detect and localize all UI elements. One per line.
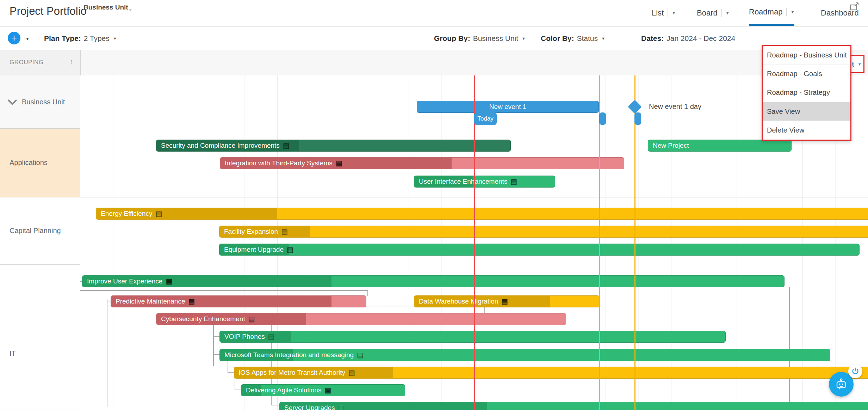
month-gridline — [146, 75, 146, 410]
gantt-bar-label: Energy Efficiency▤ — [96, 208, 162, 219]
task-notes-icon: ▤ — [336, 158, 342, 169]
group-cell-business-unit[interactable]: Business Unit — [0, 75, 80, 129]
group-cell-applications: Applications — [0, 129, 80, 197]
gantt-bar-label: New Project — [648, 140, 689, 151]
gantt-bar[interactable]: Security and Compliance Improvements▤ — [156, 140, 511, 152]
menu-item-delete-view[interactable]: Delete View — [763, 121, 850, 140]
color-by-control[interactable]: Color By: Status ▼ — [541, 27, 605, 50]
event-marker-line — [634, 75, 636, 410]
gantt-bar[interactable]: Data Warehouse Migration▤ — [414, 295, 600, 307]
gantt-bar-label: Delivering Agile Solutions▤ — [241, 385, 331, 396]
dependency-connector — [80, 290, 368, 291]
gantt-bar-label: Facility Expansion▤ — [219, 226, 288, 237]
gantt-bar-label: VOIP Phones▤ — [220, 331, 275, 342]
dependency-connector — [235, 378, 235, 390]
timeline-header: 2024 Jan 2024Feb 2024Mar 2024Apr 2024May… — [0, 50, 868, 76]
gantt-bar[interactable]: Microsoft Teams Integration and messagin… — [219, 349, 830, 361]
group-cell-it: IT — [0, 265, 80, 410]
robot-icon — [834, 377, 848, 391]
task-notes-icon: ▤ — [268, 331, 275, 342]
gantt-bar[interactable]: Server Upgrades▤ — [279, 402, 868, 410]
menu-item-roadmap-strategy[interactable]: Roadmap - Strategy — [763, 83, 850, 102]
tab-list[interactable]: List ▼ — [652, 0, 676, 26]
gantt-bar[interactable]: Improve User Experience▤ — [82, 275, 785, 287]
tab-roadmap-label: Roadmap — [749, 7, 782, 17]
menu-item-save-view[interactable]: Save View — [763, 102, 850, 121]
gantt-bar-label: Cybersecurity Enhancement▤ — [156, 313, 255, 325]
add-button[interactable]: + — [8, 32, 20, 44]
chevron-down-icon[interactable]: ▼ — [522, 36, 526, 41]
chevron-down-icon[interactable]: ▼ — [601, 36, 605, 41]
dependency-connector — [235, 390, 241, 390]
sort-ascending-icon[interactable]: ↑ — [70, 57, 74, 66]
project-portfolio-app: Project Portfolio Business Unit ▼ List ▼… — [0, 0, 868, 410]
task-notes-icon: ▤ — [287, 244, 293, 255]
gantt-bar[interactable]: VOIP Phones▤ — [219, 331, 726, 343]
task-notes-icon: ▤ — [188, 296, 195, 307]
gantt-bar[interactable]: New event 1 — [417, 101, 599, 113]
mid-month-gridline — [179, 75, 179, 410]
chevron-down-icon[interactable]: ▼ — [858, 62, 862, 66]
plan-type-control[interactable]: Plan Type: 2 Types ▼ — [44, 27, 117, 50]
dependency-connector — [213, 325, 214, 366]
gantt-bar[interactable]: Facility Expansion▤ — [219, 226, 868, 238]
grouping-header-cell[interactable]: GROUPING ↑ — [0, 50, 81, 75]
chevron-down-icon[interactable]: ▼ — [128, 8, 132, 13]
chevron-down-icon[interactable]: ▼ — [113, 36, 117, 41]
group-by-label: Group By: — [434, 34, 470, 43]
chevron-down-icon[interactable]: ▼ — [726, 11, 730, 15]
expand-icon[interactable] — [850, 2, 860, 11]
gantt-bar-label: Microsoft Teams Integration and messagin… — [220, 349, 364, 361]
gantt-bar[interactable]: Equipment Upgrade▤ — [219, 244, 860, 256]
task-notes-icon: ▤ — [510, 176, 517, 187]
gantt-bar-label: Data Warehouse Migration▤ — [414, 296, 508, 307]
lane-separator — [0, 265, 868, 265]
chevron-down-icon[interactable]: ▼ — [672, 11, 676, 15]
gantt-bar-label: iOS Apps for Metro Transit Authority▤ — [234, 367, 355, 378]
dependency-connector — [213, 336, 219, 337]
gantt-bar[interactable]: Predictive Maintenance▤ — [111, 295, 366, 307]
group-by-control[interactable]: Group By: Business Unit ▼ — [434, 27, 526, 50]
page-subtitle[interactable]: Business Unit — [83, 4, 128, 11]
tab-board[interactable]: Board ▼ — [697, 0, 730, 26]
chevron-down-icon[interactable]: ▼ — [25, 36, 30, 41]
milestone-diamond[interactable] — [628, 100, 642, 114]
assistant-power-button[interactable] — [848, 364, 862, 378]
page-title: Project Portfolio — [10, 5, 87, 18]
dependency-connector — [107, 299, 107, 407]
gantt-bar-label: Predictive Maintenance▤ — [111, 296, 195, 307]
top-header: Project Portfolio Business Unit ▼ List ▼… — [0, 0, 868, 27]
lane-separator — [0, 129, 868, 129]
tab-roadmap[interactable]: Roadmap ▼ — [749, 0, 794, 26]
gantt-bar[interactable]: New Project — [648, 140, 792, 152]
tab-divider — [786, 8, 787, 16]
dates-control[interactable]: Dates: Jan 2024 - Dec 2024 — [641, 27, 735, 50]
lane-separator — [0, 197, 868, 197]
gantt-bar[interactable]: iOS Apps for Metro Transit Authority▤ — [234, 367, 868, 379]
chevron-down-icon[interactable]: ▼ — [790, 10, 794, 14]
menu-item-roadmap-business-unit[interactable]: Roadmap - Business Unit — [763, 46, 850, 65]
task-notes-icon: ▤ — [338, 402, 345, 410]
dependency-connector — [789, 287, 790, 410]
gantt-chart: New event 1Security and Compliance Impro… — [80, 75, 868, 410]
gantt-bar[interactable]: Cybersecurity Enhancement▤ — [156, 313, 566, 325]
gantt-bar-label: Server Upgrades▤ — [280, 402, 345, 410]
gantt-bar[interactable]: Integration with Third-Party Systems▤ — [220, 157, 624, 169]
color-by-label: Color By: — [541, 34, 574, 43]
power-icon — [851, 367, 860, 375]
event-axis-pill[interactable] — [599, 112, 606, 125]
gantt-bar-label: Equipment Upgrade▤ — [219, 244, 293, 255]
gantt-bar[interactable]: Delivering Agile Solutions▤ — [241, 384, 405, 396]
task-notes-icon: ▤ — [166, 276, 172, 287]
gantt-bar[interactable]: Energy Efficiency▤ — [96, 208, 868, 220]
chevron-down-icon[interactable] — [8, 99, 17, 105]
gantt-bar-label: User Interface Enhancements▤ — [414, 176, 517, 187]
gantt-bar[interactable]: User Interface Enhancements▤ — [414, 176, 555, 188]
gantt-bar-label: Security and Compliance Improvements▤ — [156, 140, 290, 151]
dates-value: Jan 2024 - Dec 2024 — [666, 34, 735, 43]
menu-item-roadmap-goals[interactable]: Roadmap - Goals — [763, 65, 850, 83]
color-by-value: Status — [577, 34, 598, 43]
gantt-bar-label: New event 1 — [417, 101, 599, 112]
group-label: Business Unit — [22, 98, 65, 106]
event-axis-pill[interactable] — [634, 112, 641, 125]
